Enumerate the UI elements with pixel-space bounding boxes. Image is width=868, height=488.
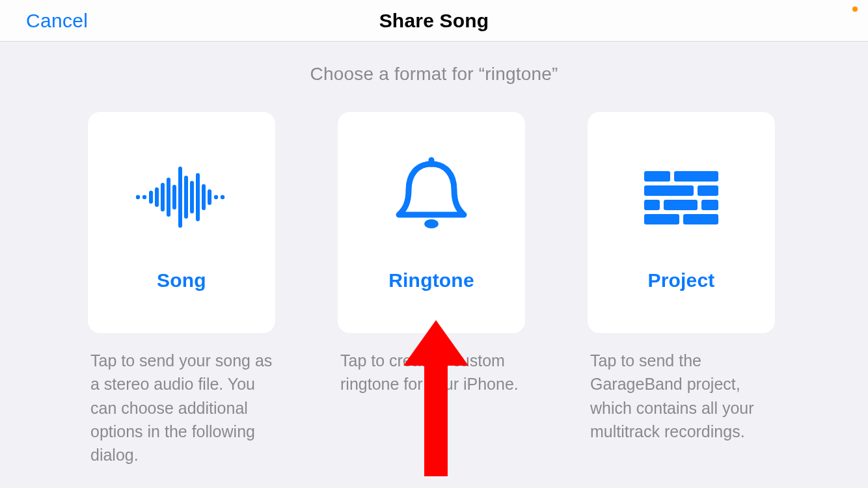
song-description: Tap to send your song as a stereo audio … [88,349,280,467]
svg-rect-24 [683,214,718,224]
project-card[interactable]: Project [588,112,775,333]
format-prompt: Choose a format for “ringtone” [31,64,837,85]
format-option-project: Project Tap to send the GarageBand proje… [588,112,780,467]
svg-rect-4 [161,183,165,211]
format-option-song: Song Tap to send your song as a stereo a… [88,112,280,467]
svg-rect-11 [202,184,206,210]
svg-rect-18 [644,185,694,196]
svg-point-15 [424,219,439,228]
svg-point-1 [142,195,146,199]
bricks-icon [588,112,775,255]
svg-rect-20 [644,200,660,210]
svg-rect-16 [644,171,670,182]
svg-rect-23 [644,214,679,224]
svg-rect-17 [674,171,718,182]
bell-icon [338,112,525,255]
song-card-label: Song [157,269,206,291]
svg-rect-3 [155,187,159,207]
svg-rect-22 [701,200,718,210]
ringtone-description: Tap to create a custom ringtone for your… [338,349,530,396]
waveform-icon [88,112,275,255]
format-options-grid: Song Tap to send your song as a stereo a… [31,112,837,467]
svg-point-0 [136,195,140,199]
svg-point-13 [214,195,218,199]
svg-rect-5 [167,178,170,217]
svg-rect-7 [178,167,182,228]
content-area: Choose a format for “ringtone” [0,42,868,467]
svg-rect-12 [208,189,211,205]
svg-rect-2 [149,191,153,204]
project-description: Tap to send the GarageBand project, whic… [588,349,780,443]
microphone-status-dot [852,7,858,12]
svg-rect-19 [698,185,718,196]
svg-point-14 [221,195,224,199]
svg-rect-6 [172,185,176,210]
navigation-bar: Cancel Share Song [0,0,868,42]
ringtone-card-label: Ringtone [388,269,474,291]
svg-rect-9 [190,181,194,213]
svg-rect-8 [184,176,188,219]
format-option-ringtone: Ringtone Tap to create a custom ringtone… [338,112,530,467]
page-title: Share Song [379,10,489,32]
svg-rect-21 [664,200,698,210]
ringtone-card[interactable]: Ringtone [338,112,525,333]
cancel-button[interactable]: Cancel [26,10,88,32]
svg-rect-10 [196,173,200,221]
song-card[interactable]: Song [88,112,275,333]
project-card-label: Project [647,269,714,291]
